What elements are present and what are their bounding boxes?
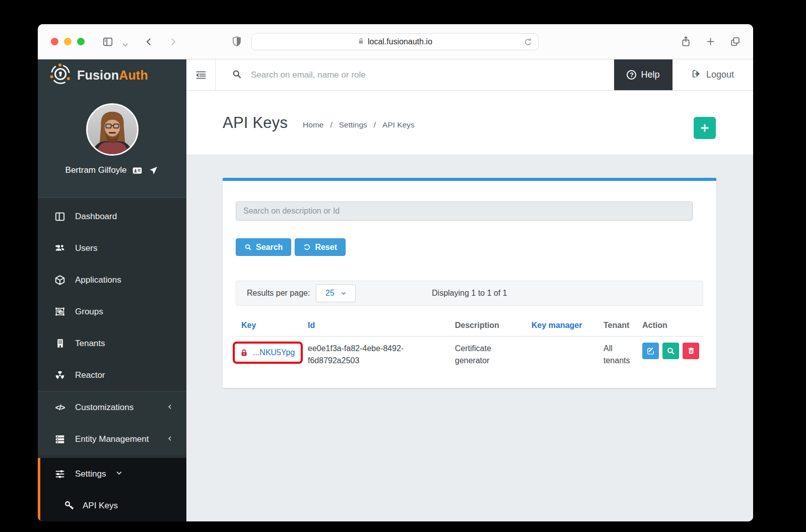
chevron-down-icon xyxy=(115,469,123,479)
api-key-tenant: All tenants xyxy=(603,343,642,367)
help-icon xyxy=(627,70,636,80)
address-bar[interactable]: local.fusionauth.io xyxy=(251,33,539,50)
code-icon xyxy=(54,402,65,413)
search-button[interactable]: Search xyxy=(236,238,291,256)
content-area: Search Reset Results per page: 25 xyxy=(186,155,753,521)
sidebar-collapsible-group: Customizations Entity Management xyxy=(38,391,186,455)
annotation-highlight: ...NKU5Ypg xyxy=(233,342,303,364)
search-icon xyxy=(666,347,675,355)
help-button[interactable]: Help xyxy=(614,59,673,90)
column-header-tenant: Tenant xyxy=(603,321,642,330)
logout-button[interactable]: Logout xyxy=(673,59,753,90)
trash-icon xyxy=(687,347,695,355)
object-group-icon xyxy=(54,306,65,317)
sidebar-item-dashboard[interactable]: Dashboard xyxy=(38,201,186,232)
sidebar-item-tenants[interactable]: Tenants xyxy=(38,327,186,359)
table-row: ...NKU5Ypg ee0e1f3a-fa82-4ebe-8492-f6d87… xyxy=(236,337,703,367)
column-header-id[interactable]: Id xyxy=(308,321,455,330)
sidebar-menu-chevron-icon[interactable] xyxy=(122,40,128,49)
sidebar-nav: Dashboard Users Applications xyxy=(38,198,186,391)
sidebar-item-customizations[interactable]: Customizations xyxy=(38,391,186,423)
refresh-icon[interactable] xyxy=(523,37,533,49)
sidebar-toggle-icon[interactable] xyxy=(102,36,113,49)
close-window-button[interactable] xyxy=(51,38,58,45)
fusionauth-logo-text: FusionAuth xyxy=(77,68,148,83)
results-bar: Results per page: 25 Displaying 1 to 1 o… xyxy=(236,281,703,306)
users-icon xyxy=(54,243,65,254)
edit-button[interactable] xyxy=(642,343,659,359)
table-header: Key Id Description Key manager Tenant Ac… xyxy=(236,321,703,337)
user-avatar[interactable] xyxy=(86,103,139,156)
sidebar-item-settings[interactable]: Settings xyxy=(40,458,186,490)
breadcrumb-settings[interactable]: Settings xyxy=(339,120,367,129)
fusionauth-logo-icon xyxy=(49,62,72,88)
global-search-input[interactable] xyxy=(250,70,461,81)
api-key-link[interactable]: ...NKU5Ypg xyxy=(253,347,295,359)
sidebar-item-entity-management[interactable]: Entity Management xyxy=(38,423,186,455)
breadcrumb-separator: / xyxy=(330,120,332,129)
add-api-key-button[interactable] xyxy=(694,117,716,139)
edit-icon xyxy=(646,347,655,355)
radiation-icon xyxy=(54,370,65,381)
sidebar-item-api-keys[interactable]: API Keys xyxy=(40,490,186,521)
key-icon xyxy=(63,500,75,511)
tab-overview-icon[interactable] xyxy=(730,36,741,49)
undo-icon xyxy=(303,243,311,251)
privacy-shield-icon[interactable] xyxy=(231,35,242,50)
sidebar-item-reactor[interactable]: Reactor xyxy=(38,359,186,391)
chevron-left-icon xyxy=(167,434,173,444)
search-icon xyxy=(232,69,242,81)
delete-button[interactable] xyxy=(683,343,699,359)
minimize-window-button[interactable] xyxy=(64,38,72,45)
breadcrumb-separator: / xyxy=(374,120,376,129)
breadcrumb-api-keys: API Keys xyxy=(382,120,415,129)
row-actions xyxy=(642,343,703,359)
displaying-text: Displaying 1 to 1 of 1 xyxy=(236,289,703,298)
column-header-key-manager[interactable]: Key manager xyxy=(531,321,603,330)
back-button[interactable] xyxy=(144,36,155,49)
description-search-input[interactable] xyxy=(236,202,693,221)
id-card-icon[interactable] xyxy=(131,165,143,176)
plus-icon xyxy=(700,123,710,133)
sliders-icon xyxy=(54,469,65,480)
new-tab-icon[interactable] xyxy=(705,36,716,49)
column-header-description: Description xyxy=(455,321,531,330)
lock-icon xyxy=(240,349,248,357)
api-keys-card: Search Reset Results per page: 25 xyxy=(223,178,716,388)
building-icon xyxy=(54,338,65,349)
sidebar: FusionAuth xyxy=(38,59,186,521)
forward-button[interactable] xyxy=(167,36,178,49)
tls-lock-icon xyxy=(358,37,364,47)
browser-chrome: local.fusionauth.io xyxy=(38,24,753,59)
global-search xyxy=(216,69,614,81)
fusionauth-logo[interactable]: FusionAuth xyxy=(38,59,186,91)
dashboard-columns-icon xyxy=(54,211,65,222)
page-title: API Keys xyxy=(223,114,288,132)
breadcrumb-home[interactable]: Home xyxy=(303,120,323,129)
breadcrumb: Home / Settings / API Keys xyxy=(303,120,415,129)
browser-window: local.fusionauth.io xyxy=(38,24,753,521)
api-key-description: Certificate generator xyxy=(455,343,531,367)
sidebar-settings-section: Settings API Keys xyxy=(38,458,186,521)
cube-icon xyxy=(54,275,65,286)
chevron-left-icon xyxy=(167,403,173,413)
user-profile-panel: Bertram Gilfoyle xyxy=(38,91,186,198)
share-icon[interactable] xyxy=(681,35,691,49)
app-header: Help Logout xyxy=(186,59,753,91)
user-name: Bertram Gilfoyle xyxy=(65,165,127,175)
sidebar-item-applications[interactable]: Applications xyxy=(38,264,186,296)
reset-button[interactable]: Reset xyxy=(295,238,346,256)
column-header-action: Action xyxy=(642,321,703,330)
search-icon xyxy=(244,243,252,251)
zoom-window-button[interactable] xyxy=(77,38,85,45)
sidebar-item-groups[interactable]: Groups xyxy=(38,296,186,327)
server-stack-icon xyxy=(54,434,65,445)
page-header: API Keys Home / Settings / API Keys xyxy=(186,91,753,155)
url-text: local.fusionauth.io xyxy=(368,37,432,46)
column-header-key[interactable]: Key xyxy=(236,321,308,330)
impersonate-plane-icon[interactable] xyxy=(148,165,159,176)
collapse-sidebar-button[interactable] xyxy=(186,59,216,90)
sidebar-item-users[interactable]: Users xyxy=(38,232,186,264)
api-key-id: ee0e1f3a-fa82-4ebe-8492-f6d8792a2503 xyxy=(308,343,455,367)
view-button[interactable] xyxy=(662,343,679,359)
